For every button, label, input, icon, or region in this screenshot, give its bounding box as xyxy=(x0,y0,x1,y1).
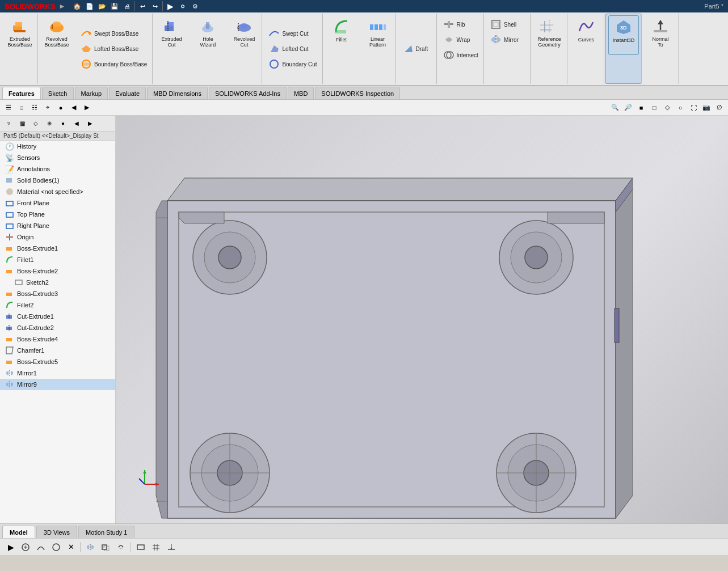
bottom-tab-model[interactable]: Model xyxy=(2,526,35,538)
print-btn[interactable]: 🖨 xyxy=(121,0,133,12)
revolved-boss-btn[interactable]: RevolvedBoss/Base xyxy=(41,15,72,54)
sidebar-btn2[interactable]: ▩ xyxy=(16,117,28,130)
options-btn[interactable]: ⚙ xyxy=(189,0,201,12)
bottom-tab-3dviews[interactable]: 3D Views xyxy=(36,526,77,538)
view-color-btn[interactable]: ● xyxy=(54,101,67,114)
view-arrow-right-btn[interactable]: ▶ xyxy=(81,101,93,114)
tree-annotations[interactable]: 📝 Annotations xyxy=(0,163,115,175)
lofted-boss-btn[interactable]: Lofted Boss/Base xyxy=(78,41,150,56)
view-snap-btn[interactable]: ⌖ xyxy=(41,101,54,114)
view-display2-btn[interactable]: □ xyxy=(648,101,660,114)
instant3d-btn[interactable]: 3D Instant3D xyxy=(608,15,639,55)
sidebar-btn4[interactable]: ⊕ xyxy=(43,117,56,130)
view-options-btn[interactable]: ☰ xyxy=(2,101,15,114)
view-appear-btn[interactable]: ◇ xyxy=(661,101,674,114)
pointer-btn[interactable]: ▶ xyxy=(164,0,176,12)
menu-arrow[interactable]: ► xyxy=(59,2,66,10)
tree-right-plane[interactable]: Right Plane xyxy=(0,220,115,231)
swept-cut-btn[interactable]: Swept Cut xyxy=(266,26,319,41)
sidebar-btn1[interactable]: ▿ xyxy=(2,117,15,130)
view-list-btn[interactable]: ≡ xyxy=(15,101,28,114)
tree-front-plane[interactable]: Front Plane xyxy=(0,197,115,209)
ref-geometry-btn[interactable]: ReferenceGeometry xyxy=(534,15,565,54)
view-search-btn[interactable]: 🔍 xyxy=(609,101,621,114)
tab-sketch[interactable]: Sketch xyxy=(42,87,74,99)
sidebar-btn5[interactable]: ● xyxy=(57,117,69,130)
view-camera-btn[interactable]: 📷 xyxy=(700,101,713,114)
boundary-cut-btn[interactable]: Boundary Cut xyxy=(266,57,319,71)
view-hide-btn[interactable]: ∅ xyxy=(713,101,726,114)
sketch-mirror-btn[interactable] xyxy=(83,541,97,553)
new-file-btn[interactable]: 📄 xyxy=(83,0,96,12)
tree-fillet1[interactable]: Fillet1 xyxy=(0,254,115,265)
curves-btn[interactable]: Curves xyxy=(571,15,601,54)
tree-boss-extrude5[interactable]: Boss-Extrude5 xyxy=(0,356,115,367)
sketch-trim-btn[interactable]: ✕ xyxy=(65,541,77,553)
tree-solid-bodies[interactable]: Solid Bodies(1) xyxy=(0,175,115,186)
tree-fillet2[interactable]: Fillet2 xyxy=(0,299,115,311)
draft-btn[interactable]: Draft xyxy=(399,41,434,56)
sketch-convert-btn[interactable] xyxy=(114,541,128,553)
tab-inspection[interactable]: SOLIDWORKS Inspection xyxy=(315,87,400,99)
normalto-btn[interactable]: NormalTo xyxy=(645,15,676,54)
rib-btn[interactable]: Rib xyxy=(440,17,481,32)
tree-material[interactable]: Material <not specified> xyxy=(0,186,115,197)
tree-sketch2[interactable]: Sketch2 xyxy=(0,277,115,288)
sketch-circle-center-btn[interactable] xyxy=(19,541,32,553)
mirror-btn[interactable]: Mirror xyxy=(487,32,528,47)
swept-boss-btn[interactable]: Swept Boss/Base xyxy=(78,26,150,41)
tree-history[interactable]: 🕐 History xyxy=(0,141,115,152)
tab-markup[interactable]: Markup xyxy=(75,87,108,99)
extruded-boss-btn[interactable]: ExtrudedBoss/Base xyxy=(5,15,35,54)
tree-boss-extrude3[interactable]: Boss-Extrude3 xyxy=(0,288,115,299)
save-btn[interactable]: 💾 xyxy=(108,0,121,12)
tree-mirror1[interactable]: Mirror1 xyxy=(0,367,115,379)
linear-pattern-btn[interactable]: LinearPattern xyxy=(363,15,393,54)
boundary-boss-btn[interactable]: Boundary Boss/Base xyxy=(78,57,150,71)
sketch-rect-btn[interactable] xyxy=(134,541,148,553)
bottom-tab-motion[interactable]: Motion Study 1 xyxy=(78,526,134,538)
open-file-btn[interactable]: 📂 xyxy=(96,0,108,12)
lofted-cut-btn[interactable]: Lofted Cut xyxy=(266,41,319,56)
view-arrow-left-btn[interactable]: ◀ xyxy=(68,101,80,114)
hole-wizard-btn[interactable]: HoleWizard xyxy=(192,15,223,54)
sketch-dim-btn[interactable] xyxy=(165,541,178,553)
sidebar-btn3[interactable]: ◇ xyxy=(30,117,42,130)
sketch-offset-btn[interactable] xyxy=(99,541,112,553)
tree-cut-extrude1[interactable]: Cut-Extrude1 xyxy=(0,311,115,322)
tree-top-plane[interactable]: Top Plane xyxy=(0,209,115,220)
tab-mbd[interactable]: MBD xyxy=(288,87,314,99)
tab-evaluate[interactable]: Evaluate xyxy=(109,87,146,99)
tree-boss-extrude1[interactable]: Boss-Extrude1 xyxy=(0,243,115,254)
tree-sensors[interactable]: 📡 Sensors xyxy=(0,152,115,163)
tree-mirror9[interactable]: Mirror9 xyxy=(0,379,115,390)
intersect-btn[interactable]: Intersect xyxy=(440,48,481,62)
sketch-arc-btn[interactable] xyxy=(34,541,48,553)
home-btn[interactable]: 🏠 xyxy=(71,0,83,12)
tree-origin[interactable]: Origin xyxy=(0,231,115,243)
extruded-cut-btn[interactable]: ExtrudedCut xyxy=(156,15,187,54)
select-btn[interactable]: ⭘ xyxy=(176,0,189,12)
view-light-btn[interactable]: ○ xyxy=(674,101,687,114)
view-section-btn[interactable]: ⛶ xyxy=(687,101,700,114)
tree-boss-extrude4[interactable]: Boss-Extrude4 xyxy=(0,333,115,345)
tree-cut-extrude2[interactable]: Cut-Extrude2 xyxy=(0,322,115,333)
sketch-play-btn[interactable]: ▶ xyxy=(5,541,17,553)
revolved-cut-btn[interactable]: RevolvedCut xyxy=(229,15,259,54)
shell-btn[interactable]: Shell xyxy=(487,17,528,32)
sketch-circle-btn[interactable] xyxy=(49,541,63,553)
wrap-btn[interactable]: Wrap xyxy=(440,32,481,47)
fillet-btn[interactable]: Fillet xyxy=(326,15,357,54)
view-search2-btn[interactable]: 🔎 xyxy=(622,101,634,114)
redo-btn[interactable]: ↪ xyxy=(149,0,161,12)
view-display-btn[interactable]: ■ xyxy=(635,101,647,114)
tab-features[interactable]: Features xyxy=(2,87,41,99)
sidebar-btn7[interactable]: ▶ xyxy=(84,117,96,130)
3d-viewport[interactable] xyxy=(116,116,728,523)
sidebar-btn6[interactable]: ◀ xyxy=(70,117,83,130)
sketch-grid-btn[interactable] xyxy=(149,541,163,553)
tree-chamfer1[interactable]: Chamfer1 xyxy=(0,345,115,356)
undo-btn[interactable]: ↩ xyxy=(136,0,149,12)
view-icons-btn[interactable]: ☷ xyxy=(28,101,41,114)
tab-addins[interactable]: SOLIDWORKS Add-Ins xyxy=(209,87,287,99)
